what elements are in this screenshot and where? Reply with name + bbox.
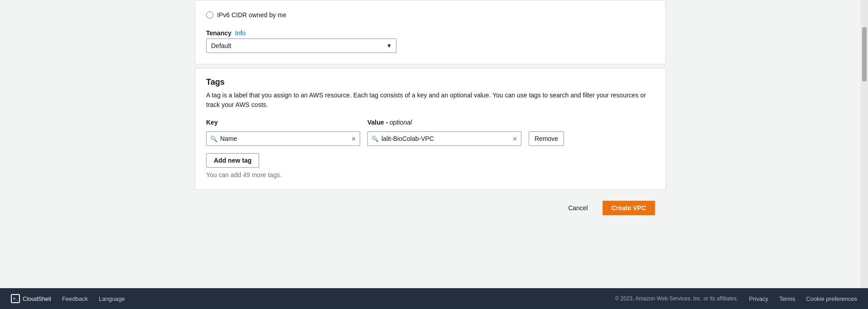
key-column-header: Key: [206, 119, 360, 126]
value-clear-icon[interactable]: ✕: [512, 135, 517, 142]
tenancy-select[interactable]: Default Dedicated Host: [206, 39, 396, 53]
key-input-wrapper: 🔍 ✕: [206, 131, 360, 146]
tags-limit-text: You can add 49 more tags.: [206, 171, 655, 179]
ipv6-cidr-label: IPv6 CIDR owned by me: [217, 11, 286, 19]
value-input[interactable]: [381, 135, 510, 142]
ipv6-cidr-radio[interactable]: [206, 11, 213, 19]
create-vpc-button[interactable]: Create VPC: [603, 201, 655, 215]
scrollbar[interactable]: [861, 0, 868, 288]
tenancy-label: Tenancy: [206, 29, 231, 37]
key-search-icon: 🔍: [210, 135, 217, 142]
terms-link[interactable]: Terms: [779, 295, 795, 302]
cloudshell-icon: >_: [11, 294, 20, 303]
cookie-preferences-link[interactable]: Cookie preferences: [806, 295, 857, 302]
language-link[interactable]: Language: [99, 295, 125, 302]
tags-section-title: Tags: [206, 77, 655, 87]
copyright-text: © 2023, Amazon Web Services, Inc. or its…: [615, 295, 738, 302]
privacy-link[interactable]: Privacy: [749, 295, 768, 302]
remove-tag-button[interactable]: Remove: [529, 131, 564, 146]
tags-section-description: A tag is a label that you assign to an A…: [206, 91, 655, 110]
scrollbar-thumb[interactable]: [862, 27, 867, 82]
action-bar: Cancel Create VPC: [195, 193, 666, 222]
footer: >_ CloudShell Feedback Language © 2023, …: [0, 288, 868, 309]
add-new-tag-button[interactable]: Add new tag: [206, 153, 259, 168]
key-input[interactable]: [220, 135, 348, 142]
value-input-wrapper: 🔍 ✕: [367, 131, 521, 146]
value-search-icon: 🔍: [371, 135, 379, 142]
tag-row: 🔍 ✕ 🔍 ✕ Remove: [206, 131, 655, 146]
value-column-header: Value - optional: [367, 119, 521, 126]
feedback-link[interactable]: Feedback: [62, 295, 88, 302]
key-clear-icon[interactable]: ✕: [351, 135, 356, 142]
cloudshell-button[interactable]: >_ CloudShell: [11, 294, 51, 303]
tenancy-info-link[interactable]: Info: [235, 29, 246, 37]
cancel-button[interactable]: Cancel: [561, 201, 595, 215]
cloudshell-label: CloudShell: [23, 295, 51, 302]
